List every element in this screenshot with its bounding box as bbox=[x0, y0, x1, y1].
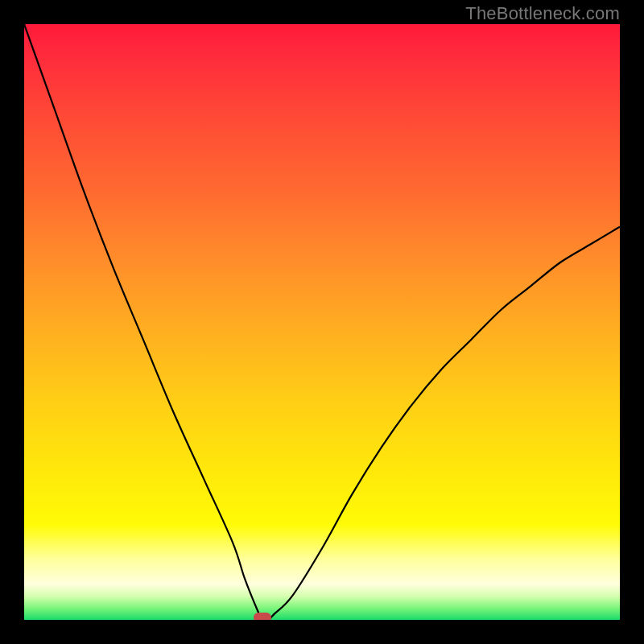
bottleneck-curve bbox=[24, 24, 620, 620]
watermark-text: TheBottleneck.com bbox=[465, 3, 620, 24]
chart-frame: TheBottleneck.com bbox=[0, 0, 644, 644]
optimum-marker bbox=[254, 613, 271, 620]
plot-area bbox=[24, 24, 620, 620]
